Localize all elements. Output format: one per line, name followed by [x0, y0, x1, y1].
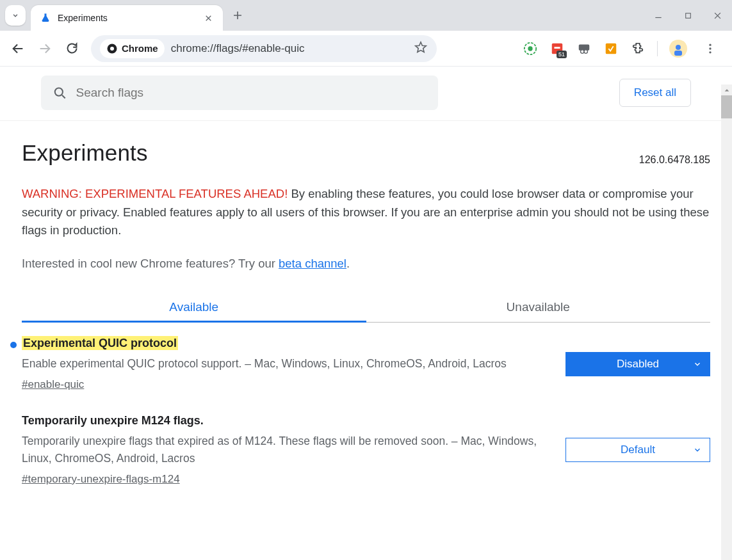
- extension-red-badge[interactable]: 51: [549, 41, 565, 56]
- svg-point-15: [709, 47, 711, 49]
- extension-incognito[interactable]: [576, 41, 592, 56]
- flask-icon: [40, 12, 51, 24]
- svg-point-9: [584, 49, 588, 53]
- tab-title: Experiments: [58, 13, 196, 23]
- search-icon: [53, 85, 67, 100]
- puzzle-icon: [631, 42, 645, 56]
- chevron-down-icon: [693, 360, 702, 369]
- plus-icon: [232, 10, 243, 21]
- flag-item: Temporarily unexpire M124 flags. Tempora…: [22, 396, 710, 491]
- divider: [657, 41, 658, 56]
- reload-icon: [65, 42, 79, 55]
- mask-icon: [577, 42, 591, 56]
- scroll-up-button[interactable]: [721, 84, 732, 95]
- window-minimize-button[interactable]: [644, 0, 673, 31]
- flag-description: Temporarily unexpire flags that expired …: [22, 433, 548, 467]
- flag-description: Enable experimental QUIC protocol suppor…: [22, 355, 548, 372]
- page-title: Experiments: [22, 140, 148, 166]
- version-text: 126.0.6478.185: [639, 154, 710, 166]
- extension-icon: [523, 42, 537, 56]
- arrow-right-icon: [38, 42, 52, 56]
- window-maximize-button[interactable]: [673, 0, 703, 31]
- svg-rect-6: [554, 47, 560, 49]
- star-icon: [414, 40, 428, 54]
- search-flags-input[interactable]: [76, 86, 427, 100]
- search-flags-box[interactable]: [41, 76, 438, 110]
- sprocket-icon: [604, 42, 618, 56]
- svg-point-17: [55, 88, 63, 96]
- chrome-icon: [106, 43, 118, 54]
- chrome-chip-label: Chrome: [122, 43, 158, 54]
- browser-tab[interactable]: Experiments: [31, 5, 223, 31]
- warning-text: WARNING: EXPERIMENTAL FEATURES AHEAD! By…: [22, 185, 710, 240]
- svg-point-8: [581, 49, 585, 53]
- svg-point-12: [676, 45, 681, 50]
- beta-prefix: Interested in cool new Chrome features? …: [22, 257, 279, 270]
- svg-point-14: [709, 44, 711, 45]
- svg-point-4: [528, 46, 532, 51]
- svg-rect-7: [579, 44, 590, 50]
- minimize-icon: [654, 11, 663, 20]
- close-icon: [713, 11, 722, 20]
- url-text: chrome://flags/#enable-quic: [171, 42, 407, 55]
- flag-hash-link[interactable]: #enable-quic: [22, 378, 84, 391]
- beta-suffix: .: [346, 257, 350, 270]
- beta-line: Interested in cool new Chrome features? …: [22, 257, 710, 271]
- forward-button[interactable]: [33, 37, 56, 60]
- dots-vertical-icon: [704, 42, 717, 55]
- flag-title: Temporarily unexpire M124 flags.: [22, 414, 204, 427]
- reload-button[interactable]: [60, 37, 83, 60]
- svg-point-2: [110, 47, 114, 51]
- extension-green[interactable]: [523, 41, 538, 56]
- extension-badge: 51: [557, 51, 567, 58]
- flag-state-value: Default: [621, 444, 655, 456]
- reset-all-button[interactable]: Reset all: [619, 79, 691, 107]
- svg-rect-13: [674, 51, 682, 56]
- scrollbar[interactable]: [721, 84, 732, 560]
- chrome-menu-button[interactable]: [699, 37, 722, 60]
- scrollbar-thumb[interactable]: [721, 95, 732, 118]
- extension-orange[interactable]: [603, 41, 619, 56]
- profile-avatar-button[interactable]: [669, 40, 687, 58]
- chevron-down-icon: [11, 11, 20, 20]
- flag-state-select[interactable]: Disabled: [565, 352, 710, 376]
- flag-state-select[interactable]: Default: [565, 438, 710, 462]
- modified-dot-icon: [10, 342, 17, 348]
- address-bar[interactable]: Chrome chrome://flags/#enable-quic: [91, 35, 437, 62]
- triangle-up-icon: [724, 87, 730, 93]
- flag-title: Experimental QUIC protocol: [22, 336, 178, 350]
- new-tab-button[interactable]: [227, 4, 248, 26]
- beta-channel-link[interactable]: beta channel: [279, 257, 346, 270]
- back-button[interactable]: [6, 37, 29, 60]
- tab-unavailable[interactable]: Unavailable: [366, 292, 711, 322]
- flag-state-value: Disabled: [617, 358, 659, 371]
- svg-point-16: [709, 51, 711, 53]
- svg-rect-0: [685, 13, 690, 18]
- close-icon: [204, 14, 213, 22]
- extensions-menu-button[interactable]: [630, 41, 646, 56]
- flag-hash-link[interactable]: #temporary-unexpire-flags-m124: [22, 473, 180, 486]
- maximize-icon: [684, 12, 692, 20]
- svg-rect-10: [606, 43, 617, 54]
- flag-item: Experimental QUIC protocol Enable experi…: [22, 323, 710, 396]
- chevron-down-icon: [693, 445, 702, 454]
- chrome-chip: Chrome: [100, 39, 165, 58]
- window-close-button[interactable]: [703, 0, 732, 31]
- warning-label: WARNING: EXPERIMENTAL FEATURES AHEAD!: [22, 187, 288, 200]
- tab-available[interactable]: Available: [22, 292, 366, 322]
- avatar-icon: [671, 41, 686, 56]
- tab-search-button[interactable]: [5, 5, 26, 26]
- close-tab-button[interactable]: [202, 12, 214, 24]
- arrow-left-icon: [11, 42, 25, 56]
- bookmark-button[interactable]: [414, 40, 428, 57]
